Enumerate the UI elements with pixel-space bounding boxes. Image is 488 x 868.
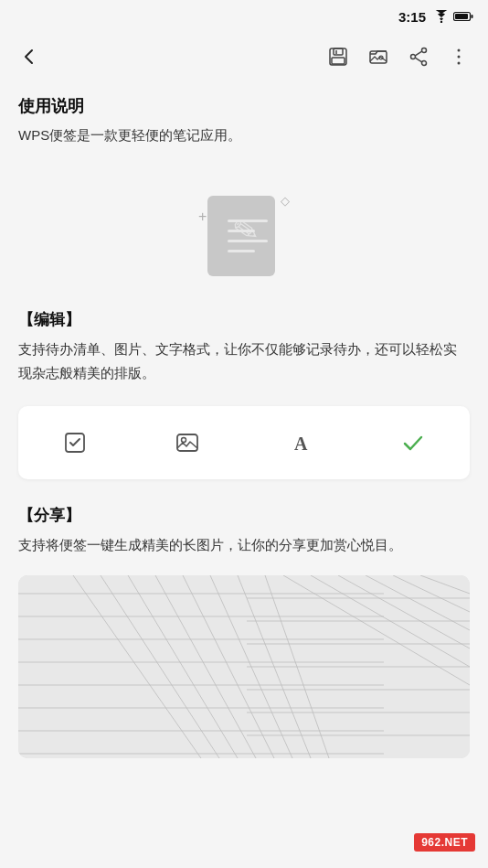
- checklist-icon-btn[interactable]: [55, 423, 95, 463]
- status-time: 3:15: [398, 9, 426, 25]
- content-area: 使用说明 WPS便签是一款更轻便的笔记应用。 + ◇ ✎ 【编辑】 支持待办清单…: [0, 80, 488, 780]
- note-lines: [228, 220, 268, 252]
- save-button[interactable]: [320, 38, 356, 75]
- share-title: 【分享】: [18, 505, 470, 526]
- more-button[interactable]: [440, 38, 477, 75]
- svg-line-13: [415, 51, 421, 56]
- intro-title: 使用说明: [18, 95, 470, 117]
- share-button[interactable]: [400, 38, 437, 75]
- svg-text:A: A: [294, 434, 308, 454]
- text-format-icon-btn[interactable]: A: [281, 423, 321, 463]
- status-bar: 3:15: [0, 0, 488, 33]
- status-icons: [433, 10, 473, 23]
- svg-rect-19: [177, 434, 197, 451]
- note-illustration: + ◇ ✎: [198, 187, 290, 287]
- share-desc: 支持将便签一键生成精美的长图片，让你的分享更加赏心悦目。: [18, 533, 470, 557]
- svg-rect-6: [332, 58, 345, 64]
- folder-button[interactable]: [360, 38, 397, 75]
- svg-point-20: [182, 438, 186, 443]
- building-image: [18, 575, 470, 758]
- plus-decoration: +: [198, 209, 207, 225]
- svg-point-11: [411, 55, 416, 59]
- svg-line-14: [415, 58, 421, 62]
- back-button[interactable]: [11, 38, 48, 75]
- note-line-2: [228, 230, 255, 232]
- svg-rect-3: [455, 14, 468, 19]
- watermark: 962.NET: [414, 833, 475, 852]
- svg-point-0: [440, 21, 442, 23]
- intro-section: 使用说明 WPS便签是一款更轻便的笔记应用。: [18, 95, 470, 146]
- battery-icon: [453, 11, 473, 22]
- share-section: 【分享】 支持将便签一键生成精美的长图片，让你的分享更加赏心悦目。: [18, 505, 470, 557]
- edit-toolbar-card: A: [18, 406, 470, 479]
- svg-point-15: [458, 49, 461, 52]
- illustration: + ◇ ✎: [18, 168, 470, 309]
- diamond-decoration: ◇: [281, 194, 290, 208]
- edit-desc: 支持待办清单、图片、文字格式，让你不仅能够记录待办，还可以轻松实现杂志般精美的排…: [18, 338, 470, 384]
- toolbar: [0, 33, 488, 80]
- intro-desc: WPS便签是一款更轻便的笔记应用。: [18, 124, 470, 146]
- building-svg: [18, 575, 470, 758]
- svg-rect-5: [334, 48, 343, 55]
- image-icon-btn[interactable]: [167, 423, 207, 463]
- confirm-icon-btn[interactable]: [393, 423, 433, 463]
- wifi-icon: [433, 10, 450, 23]
- svg-point-16: [458, 56, 461, 59]
- edit-title: 【编辑】: [18, 309, 470, 330]
- svg-point-10: [422, 48, 427, 53]
- svg-point-12: [422, 61, 427, 66]
- svg-rect-8: [370, 51, 387, 63]
- edit-section: 【编辑】 支持待办清单、图片、文字格式，让你不仅能够记录待办，还可以轻松实现杂志…: [18, 309, 470, 384]
- toolbar-actions: [320, 38, 477, 75]
- svg-point-17: [458, 62, 461, 65]
- svg-rect-2: [472, 15, 473, 18]
- note-line-4: [228, 250, 255, 252]
- note-body: ✎: [207, 196, 275, 276]
- note-line-3: [228, 240, 268, 242]
- note-line-1: [228, 220, 268, 222]
